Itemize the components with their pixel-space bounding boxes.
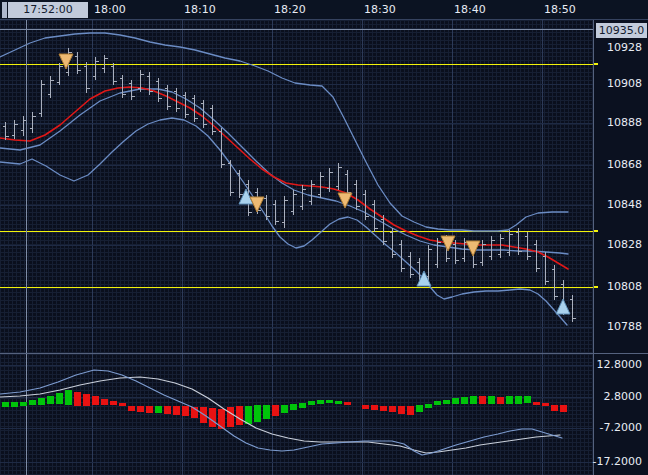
histogram-bar [461, 397, 468, 404]
histogram-bar [155, 406, 162, 413]
histogram-bar [533, 402, 540, 405]
ohlc-bar [39, 80, 45, 117]
ohlc-bar [21, 116, 27, 136]
yellow-levels-layer [0, 65, 593, 288]
ohlc-bar [75, 52, 81, 74]
ohlc-bars-layer [3, 48, 576, 322]
histogram-bar [146, 406, 153, 413]
buy-signal-arrow[interactable] [556, 299, 570, 314]
histogram-bar [173, 406, 180, 415]
time-label: 18:10 [184, 3, 216, 16]
histogram-bar [110, 401, 117, 405]
ohlc-bar [111, 63, 117, 85]
crosshair-time-badge: 17:52:00 [8, 2, 88, 18]
histogram-bar [56, 393, 63, 404]
crosshair-price-badge: 10935.0 [596, 23, 647, 38]
price-label: 10908 [607, 77, 642, 90]
time-label: 18:40 [454, 3, 486, 16]
axis-grip-decoration [2, 2, 7, 18]
histogram-bar [524, 396, 531, 403]
price-label: 10828 [607, 238, 642, 251]
histogram-bar [371, 405, 378, 410]
ohlc-bar [3, 122, 9, 140]
histogram-bar [452, 398, 459, 404]
ohlc-bar [264, 195, 270, 220]
ohlc-bar [309, 180, 315, 205]
histogram-bar [443, 400, 450, 404]
histogram-bar [425, 404, 432, 408]
ohlc-bar [300, 185, 306, 210]
histogram-bar [245, 406, 252, 424]
ohlc-bar [336, 163, 342, 190]
histogram-bar [128, 406, 135, 411]
histogram-bar [119, 403, 126, 406]
ohlc-bar [372, 200, 378, 232]
price-label: 10788 [607, 320, 642, 333]
histogram-bar [407, 406, 414, 415]
histogram-bar [11, 402, 18, 407]
ohlc-bar [30, 112, 36, 133]
histogram-bar [344, 402, 351, 405]
ohlc-bar [147, 72, 153, 95]
indicator-scale-label: 2.8000 [604, 390, 643, 403]
histogram-bar [74, 392, 81, 406]
price-label: 10868 [607, 158, 642, 171]
ohlc-bar [570, 295, 576, 322]
yellow-level-axis-tick [594, 286, 598, 288]
time-label: 18:50 [544, 3, 576, 16]
histogram-bar [92, 396, 99, 405]
ohlc-bar [507, 230, 513, 256]
histogram-layer [2, 390, 567, 429]
ohlc-bar [93, 57, 99, 80]
ohlc-bar [318, 172, 324, 198]
histogram-bar [479, 396, 486, 404]
histogram-bar [326, 400, 333, 403]
lower-band-line [0, 118, 567, 325]
histogram-bar [263, 405, 270, 419]
histogram-bar [272, 405, 279, 416]
histogram-bar [434, 401, 441, 405]
histogram-bar [182, 406, 189, 416]
histogram-bar [290, 404, 297, 410]
histogram-bar [542, 403, 549, 406]
indicator-scale-label: -17.2000 [593, 455, 642, 468]
ohlc-bar [435, 238, 441, 268]
time-label: 18:00 [94, 3, 126, 16]
price-axis[interactable]: 10935.0 10928109081088810868108481082810… [593, 20, 648, 475]
ohlc-bar [489, 236, 495, 260]
histogram-bar [29, 400, 36, 405]
yellow-level-axis-tick [594, 63, 598, 65]
histogram-bar [281, 405, 288, 413]
histogram-bar [227, 407, 234, 427]
yellow-level-axis-tick [594, 230, 598, 232]
histogram-bar [299, 403, 306, 408]
time-axis[interactable]: 17:52:00 18:0018:1018:2018:3018:4018:50 [0, 0, 648, 20]
price-label: 10888 [607, 116, 642, 129]
histogram-bar [20, 402, 27, 406]
trading-chart-window: 17:52:00 18:0018:1018:2018:3018:4018:50 … [0, 0, 648, 475]
histogram-bar [416, 405, 423, 412]
histogram-bar [362, 405, 369, 409]
sell-signal-arrow[interactable] [466, 241, 480, 256]
histogram-bar [164, 406, 171, 414]
histogram-bar [317, 400, 324, 404]
oscillator-white-line [0, 377, 560, 453]
histogram-bar [137, 406, 144, 412]
histogram-bar [308, 401, 315, 405]
price-label: 10808 [607, 280, 642, 293]
time-label: 18:30 [364, 3, 396, 16]
histogram-bar [2, 402, 9, 407]
ohlc-bar [120, 75, 126, 98]
panel-separator[interactable] [0, 353, 648, 354]
middle-band-line [0, 89, 568, 254]
price-label: 10928 [607, 41, 642, 54]
ohlc-bar [192, 95, 198, 122]
ohlc-bar [282, 196, 288, 228]
histogram-bar [38, 398, 45, 405]
histogram-bar [551, 405, 558, 411]
ohlc-bar [552, 265, 558, 300]
ohlc-bar [291, 190, 297, 215]
chart-graphics [0, 0, 648, 475]
histogram-bar [47, 396, 54, 404]
ohlc-bar [426, 245, 432, 280]
